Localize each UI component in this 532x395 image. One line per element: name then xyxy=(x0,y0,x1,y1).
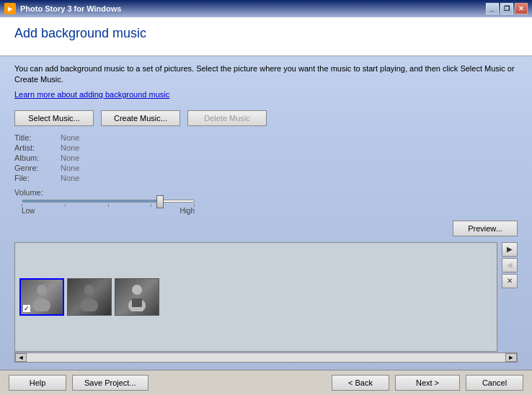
svg-point-4 xyxy=(132,285,142,295)
svg-point-1 xyxy=(33,298,50,311)
learn-more-link[interactable]: Learn more about adding background music xyxy=(14,90,518,99)
filmstrip-forward-button[interactable]: ▶ xyxy=(502,242,518,257)
volume-slider-track[interactable] xyxy=(22,200,195,203)
toolbar-right: < Back Next > Cancel xyxy=(332,375,523,391)
scrollbar-right-button[interactable]: ► xyxy=(505,353,517,362)
help-button[interactable]: Help xyxy=(9,375,66,391)
filmstrip-wrapper: ✓ xyxy=(14,242,518,363)
music-info: Title: None Artist: None Album: None Gen… xyxy=(14,133,518,182)
person-icon-1 xyxy=(31,283,53,311)
music-buttons-row: Select Music... Create Music... Delete M… xyxy=(14,110,518,126)
photo-3-inner xyxy=(115,279,159,315)
app-icon: ▶ xyxy=(4,3,16,14)
title-label: Title: xyxy=(14,133,58,142)
volume-slider-fill xyxy=(22,200,159,202)
main-window: Add background music You can add backgro… xyxy=(0,17,532,395)
tick-3 xyxy=(108,204,109,207)
bottom-toolbar: Help Save Project... < Back Next > Cance… xyxy=(0,370,532,395)
svg-point-0 xyxy=(37,285,47,295)
scrollbar-left-button[interactable]: ◄ xyxy=(15,353,27,362)
back-button[interactable]: < Back xyxy=(332,375,389,391)
photo-thumb-1[interactable]: ✓ xyxy=(19,278,64,316)
save-project-button[interactable]: Save Project... xyxy=(72,375,148,391)
toolbar-left: Help Save Project... xyxy=(9,375,148,391)
scrollbar-track[interactable] xyxy=(27,353,505,362)
next-button[interactable]: Next > xyxy=(395,375,460,391)
tick-2 xyxy=(65,204,66,207)
slider-high-label: High xyxy=(179,207,195,215)
title-bar: ▶ Photo Story 3 for Windows _ ❐ ✕ xyxy=(0,0,532,17)
artist-value: None xyxy=(61,143,518,152)
tick-4 xyxy=(151,204,151,207)
window-controls: _ ❐ ✕ xyxy=(486,3,528,14)
title-bar-text: Photo Story 3 for Windows xyxy=(20,4,486,13)
preview-button[interactable]: Preview... xyxy=(453,221,518,236)
genre-label: Genre: xyxy=(14,164,58,172)
volume-slider-thumb[interactable] xyxy=(156,195,164,208)
page-title: Add background music xyxy=(14,26,518,41)
filmstrip-scrollbar[interactable]: ◄ ► xyxy=(14,352,518,363)
volume-label: Volume: xyxy=(14,188,518,197)
select-music-button[interactable]: Select Music... xyxy=(14,110,94,126)
photo-thumb-2[interactable] xyxy=(67,278,112,316)
photo-thumb-3[interactable] xyxy=(115,278,159,316)
page-header: Add background music xyxy=(0,17,532,56)
svg-point-3 xyxy=(81,298,98,311)
artist-label: Artist: xyxy=(14,143,58,152)
close-button[interactable]: ✕ xyxy=(515,3,528,14)
slider-labels: Low High xyxy=(22,207,195,215)
delete-music-button[interactable]: Delete Music xyxy=(187,110,267,126)
photo-2-inner xyxy=(68,279,111,315)
file-label: File: xyxy=(14,174,58,182)
create-music-button[interactable]: Create Music... xyxy=(101,110,180,126)
preview-row: Preview... xyxy=(14,221,518,236)
minimize-button[interactable]: _ xyxy=(486,3,499,14)
cancel-button[interactable]: Cancel xyxy=(466,375,523,391)
title-value: None xyxy=(61,133,518,142)
filmstrip-back-button[interactable]: ◀ xyxy=(502,258,518,272)
volume-section: Volume: Low High xyxy=(14,188,518,215)
person-icon-2 xyxy=(79,283,100,311)
volume-slider-container xyxy=(14,200,518,203)
restore-button[interactable]: ❐ xyxy=(500,3,513,14)
svg-point-2 xyxy=(84,285,94,295)
slider-low-label: Low xyxy=(22,207,35,215)
person-icon-3 xyxy=(126,283,148,311)
album-value: None xyxy=(61,154,518,162)
filmstrip-container: ✓ xyxy=(14,242,497,352)
filmstrip-close-button[interactable]: ✕ xyxy=(502,274,518,288)
file-value: None xyxy=(61,174,518,182)
svg-rect-6 xyxy=(132,298,142,307)
thumb-check-1[interactable]: ✓ xyxy=(22,304,31,313)
genre-value: None xyxy=(61,164,518,172)
content-area: You can add background music to a set of… xyxy=(0,56,532,370)
filmstrip-nav: ▶ ◀ ✕ xyxy=(502,242,518,352)
instructions-text: You can add background music to a set of… xyxy=(14,63,518,86)
album-label: Album: xyxy=(14,154,58,162)
